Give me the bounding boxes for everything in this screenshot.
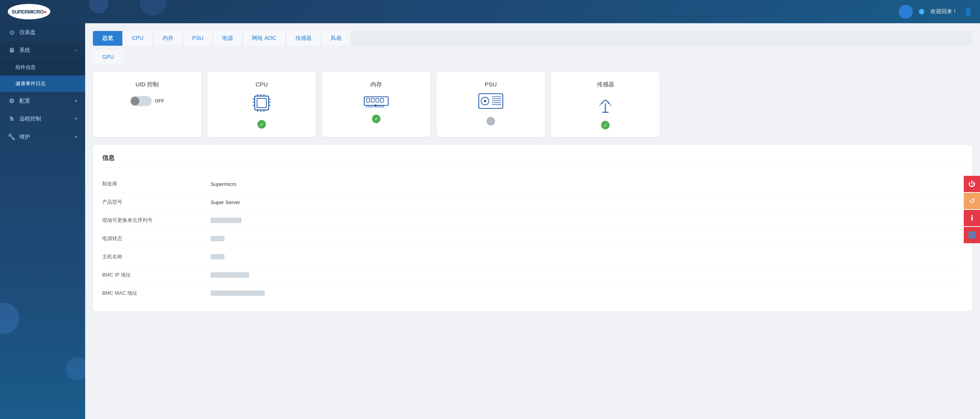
- tab-sensor[interactable]: 传感器: [286, 31, 321, 46]
- maintenance-arrow: +: [75, 134, 77, 140]
- psu-status-dot: −: [487, 117, 495, 125]
- card-uid-title: UID 控制: [135, 81, 159, 88]
- info-label-model: 产品型号: [102, 199, 211, 206]
- card-sensor-status: ✓: [601, 121, 610, 129]
- sidebar-item-health-log[interactable]: 健康事件日志: [0, 76, 85, 92]
- header-blue-btn[interactable]: [899, 5, 913, 19]
- sidebar-item-maintenance[interactable]: 🔧 维护 +: [0, 128, 85, 146]
- info-row-bmc-ip: BMC IP 地址: [102, 266, 963, 284]
- sidebar-item-label-config: 配置: [19, 98, 71, 105]
- action-power-btn[interactable]: ⏻: [964, 176, 980, 192]
- remote-arrow: +: [75, 116, 77, 122]
- tab-network-aoc[interactable]: 网络 AOC: [243, 31, 286, 46]
- dashboard-icon: ⊙: [8, 29, 15, 36]
- toggle-track[interactable]: [130, 96, 152, 106]
- sidebar-bubble-1: [0, 303, 19, 334]
- right-actions: ⏻ ↺ ℹ 🌐: [964, 176, 980, 243]
- maintenance-icon: 🔧: [8, 133, 15, 141]
- sensor-status-dot: ✓: [601, 121, 610, 129]
- card-psu: PSU −: [437, 72, 545, 137]
- tab-psu[interactable]: PSU: [183, 31, 213, 46]
- action-info-btn[interactable]: ℹ: [964, 210, 980, 226]
- action-globe-btn[interactable]: 🌐: [964, 227, 980, 243]
- sidebar-item-component-info[interactable]: 组件信息: [0, 59, 85, 76]
- info-value-model: Super Server: [211, 199, 240, 205]
- info-label-serial: 现场可更换单元序列号: [102, 217, 211, 224]
- svg-rect-16: [367, 98, 370, 102]
- card-psu-status: −: [487, 117, 495, 125]
- cpu-svg-icon: [251, 92, 272, 114]
- card-cpu-icon: [251, 92, 272, 115]
- info-value-serial: [211, 218, 242, 223]
- info-title: 信息: [102, 154, 963, 167]
- info-value-bmc-mac: [211, 290, 265, 296]
- info-row-hostname: 主机名称: [102, 248, 963, 266]
- tab-fan[interactable]: 风扇: [321, 31, 351, 46]
- sidebar-bubble-2: [66, 357, 85, 380]
- header-dot: [919, 9, 924, 14]
- info-row-model: 产品型号 Super Server: [102, 193, 963, 211]
- card-memory-icon: [363, 93, 389, 110]
- sidebar: ⊙ 仪表盘 🖥 系统 − 组件信息 健康事件日志 ⚙ 配置 +: [0, 23, 85, 419]
- info-value-bmc-ip: [211, 272, 249, 278]
- card-memory: 内存: [322, 72, 430, 137]
- sidebar-nav: ⊙ 仪表盘 🖥 系统 − 组件信息 健康事件日志 ⚙ 配置 +: [0, 23, 85, 146]
- card-memory-status: ✓: [372, 115, 380, 123]
- toggle-label: OFF: [155, 98, 164, 104]
- card-cpu-title: CPU: [255, 81, 268, 88]
- svg-rect-18: [376, 98, 379, 102]
- logo-text: SUPERMICRO●: [12, 9, 46, 15]
- svg-point-32: [484, 100, 486, 102]
- info-row-bmc-mac: BMC MAC 地址: [102, 284, 963, 302]
- config-arrow: +: [75, 98, 77, 104]
- svg-rect-30: [479, 94, 503, 108]
- info-row-power-state: 电源状态: [102, 230, 963, 248]
- welcome-text: 欢迎回来！: [930, 8, 958, 15]
- uid-toggle[interactable]: OFF: [130, 96, 164, 106]
- header-decorations: [0, 0, 980, 23]
- card-cpu: CPU: [207, 72, 316, 137]
- system-icon: 🖥: [8, 47, 15, 54]
- svg-rect-19: [380, 98, 384, 102]
- card-sensor-icon: [596, 93, 615, 116]
- sidebar-item-remote-control[interactable]: 🖱 远程控制 +: [0, 110, 85, 128]
- logo-dot: ●: [44, 9, 46, 15]
- sidebar-item-label-dashboard: 仪表盘: [19, 29, 77, 36]
- logo: SUPERMICRO●: [8, 4, 50, 19]
- info-value-hostname: [211, 254, 224, 259]
- logo-oval: SUPERMICRO●: [8, 4, 50, 19]
- tab-power[interactable]: 电源: [213, 31, 243, 46]
- memory-status-dot: ✓: [372, 115, 380, 123]
- card-sensor: 传感器 ✓: [551, 72, 660, 137]
- ram-svg-icon: [363, 93, 389, 108]
- info-label-bmc-ip: BMC IP 地址: [102, 271, 211, 278]
- sidebar-item-system[interactable]: 🖥 系统 −: [0, 41, 85, 59]
- header-right: 欢迎回来！ 👤: [899, 5, 972, 19]
- tab-memory[interactable]: 内存: [153, 31, 183, 46]
- sidebar-item-dashboard[interactable]: ⊙ 仪表盘: [0, 23, 85, 41]
- tab-overview[interactable]: 总览: [93, 31, 123, 46]
- info-section: 信息 制造商 Supermicro 产品型号 Super Server 现场可更…: [93, 145, 972, 311]
- sidebar-item-label-system: 系统: [19, 47, 71, 54]
- info-label-power-state: 电源状态: [102, 235, 211, 242]
- info-value-manufacturer: Supermicro: [211, 181, 236, 187]
- card-psu-title: PSU: [485, 81, 497, 88]
- component-info-label: 组件信息: [15, 64, 36, 71]
- info-label-hostname: 主机名称: [102, 253, 211, 260]
- tabs-row2: GPU: [93, 50, 123, 64]
- user-avatar-icon[interactable]: 👤: [964, 7, 972, 16]
- tab-cpu[interactable]: CPU: [123, 31, 153, 46]
- action-refresh-btn[interactable]: ↺: [964, 193, 980, 209]
- sidebar-item-label-remote: 远程控制: [19, 115, 71, 122]
- card-psu-icon: [478, 92, 504, 112]
- svg-rect-15: [374, 105, 377, 107]
- sensor-svg-icon: [596, 93, 615, 115]
- cards-row: UID 控制 OFF CPU: [93, 72, 972, 137]
- health-log-label: 健康事件日志: [15, 80, 46, 87]
- info-value-power-state: [211, 236, 224, 241]
- sidebar-sub-system: 组件信息 健康事件日志: [0, 59, 85, 92]
- sidebar-item-config[interactable]: ⚙ 配置 +: [0, 92, 85, 110]
- tab-gpu[interactable]: GPU: [93, 50, 123, 64]
- info-row-manufacturer: 制造商 Supermicro: [102, 175, 963, 193]
- deco-circle-2: [139, 0, 166, 15]
